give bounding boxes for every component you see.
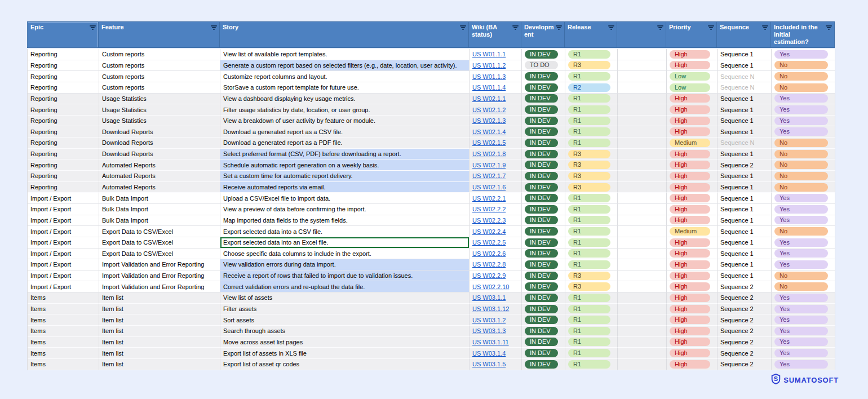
header-release[interactable]: Release <box>565 21 617 48</box>
release-chip[interactable]: R3 <box>568 183 610 192</box>
cell-empty[interactable] <box>618 314 667 326</box>
cell-included[interactable]: No <box>772 182 835 193</box>
cell-feature[interactable]: Export Data to CSV/Excel <box>99 226 220 237</box>
cell-feature[interactable]: Custom reports <box>99 49 220 60</box>
included-chip[interactable]: Yes <box>774 194 828 202</box>
cell-story[interactable]: Export list of asset qr codes <box>220 359 470 370</box>
cell-empty[interactable] <box>618 215 667 227</box>
cell-feature[interactable]: Item list <box>99 292 220 304</box>
release-chip[interactable]: R1 <box>568 238 610 247</box>
development-status-chip[interactable]: IN DEV <box>525 338 558 346</box>
cell-priority[interactable]: Low <box>667 82 718 94</box>
cell-empty[interactable] <box>618 82 667 94</box>
cell-included[interactable]: No <box>772 226 835 237</box>
release-chip[interactable]: R3 <box>568 161 610 169</box>
development-status-chip[interactable]: IN DEV <box>525 305 558 313</box>
priority-chip[interactable]: High <box>670 327 710 335</box>
filter-icon[interactable] <box>657 25 663 30</box>
cell-feature[interactable]: Download Reports <box>99 138 220 149</box>
cell-feature[interactable]: Export Data to CSV/Excel <box>99 249 220 260</box>
cell-priority[interactable]: High <box>667 116 718 127</box>
development-status-chip[interactable]: IN DEV <box>525 282 558 291</box>
cell-story[interactable]: Upload a CSV/Excel file to import data. <box>220 193 470 204</box>
cell-epic[interactable]: Import / Export <box>28 204 99 215</box>
cell-epic[interactable]: Import / Export <box>28 281 99 292</box>
release-chip[interactable]: R1 <box>568 349 610 357</box>
priority-chip[interactable]: High <box>670 216 710 224</box>
priority-chip[interactable]: High <box>670 238 710 247</box>
release-chip[interactable]: R2 <box>568 83 610 92</box>
cell-wiki[interactable]: US W02.2.4 <box>470 226 522 237</box>
cell-story[interactable]: StorSave a custom report template for fu… <box>220 82 470 94</box>
cell-release[interactable]: R3 <box>565 171 618 182</box>
cell-priority[interactable]: High <box>667 215 718 227</box>
release-chip[interactable]: R1 <box>568 50 610 59</box>
cell-release[interactable]: R3 <box>565 60 618 72</box>
cell-wiki[interactable]: US W02.2.6 <box>470 249 522 260</box>
cell-wiki[interactable]: US W02.1.6 <box>470 182 522 193</box>
included-chip[interactable]: No <box>774 161 828 169</box>
cell-wiki[interactable]: US W01.1.1 <box>470 49 522 60</box>
priority-chip[interactable]: High <box>670 272 710 280</box>
development-status-chip[interactable]: IN DEV <box>525 349 558 357</box>
cell-epic[interactable]: Reporting <box>28 94 99 105</box>
cell-development[interactable]: IN DEV <box>522 159 565 171</box>
cell-feature[interactable]: Import Validation and Error Reporting <box>99 281 220 292</box>
cell-wiki[interactable]: US W02.2.9 <box>470 271 522 282</box>
development-status-chip[interactable]: IN DEV <box>525 172 558 180</box>
cell-feature[interactable]: Download Reports <box>99 149 220 160</box>
development-status-chip[interactable]: TO DO <box>525 61 558 69</box>
cell-epic[interactable]: Items <box>28 348 99 359</box>
cell-wiki[interactable]: US W01.1.2 <box>470 60 522 72</box>
priority-chip[interactable]: High <box>670 150 710 158</box>
included-chip[interactable]: Yes <box>774 94 828 103</box>
cell-epic[interactable]: Reporting <box>28 149 99 160</box>
cell-epic[interactable]: Reporting <box>28 82 99 94</box>
cell-included[interactable]: Yes <box>772 249 835 260</box>
cell-release[interactable]: R1 <box>565 304 618 315</box>
cell-release[interactable]: R1 <box>565 116 618 127</box>
cell-sequence[interactable]: Sequence 1 <box>718 259 772 271</box>
included-chip[interactable]: Yes <box>774 216 828 224</box>
cell-development[interactable]: IN DEV <box>522 94 565 105</box>
cell-sequence[interactable]: Sequence 1 <box>718 271 772 282</box>
cell-wiki[interactable]: US W02.2.8 <box>470 259 522 271</box>
cell-included[interactable]: Yes <box>772 314 835 326</box>
cell-wiki[interactable]: US W01.1.3 <box>470 71 522 82</box>
cell-wiki[interactable]: US W02.1.3 <box>470 116 522 127</box>
priority-chip[interactable]: Low <box>670 83 710 92</box>
cell-story[interactable]: View validation errors during data impor… <box>220 259 470 271</box>
development-status-chip[interactable]: IN DEV <box>525 294 558 302</box>
cell-sequence[interactable]: Sequence N <box>718 82 772 94</box>
included-chip[interactable]: Yes <box>774 105 828 114</box>
cell-priority[interactable]: High <box>667 249 718 260</box>
wiki-link[interactable]: US W02.1.7 <box>472 172 506 179</box>
cell-priority[interactable]: High <box>667 259 718 271</box>
cell-epic[interactable]: Items <box>28 304 99 315</box>
wiki-link[interactable]: US W02.2.4 <box>472 228 506 235</box>
included-chip[interactable]: Yes <box>774 338 828 346</box>
cell-feature[interactable]: Custom reports <box>99 71 220 82</box>
filter-icon[interactable] <box>708 25 714 30</box>
cell-empty[interactable] <box>618 138 667 149</box>
cell-story[interactable]: Select preferred format (CSV, PDF) befor… <box>220 149 470 160</box>
cell-wiki[interactable]: US W03.1.12 <box>470 304 522 315</box>
wiki-link[interactable]: US W02.2.6 <box>472 250 506 257</box>
cell-priority[interactable]: High <box>667 126 718 138</box>
cell-release[interactable]: R1 <box>565 326 618 337</box>
included-chip[interactable]: Yes <box>774 127 828 136</box>
wiki-link[interactable]: US W02.1.8 <box>472 150 506 157</box>
cell-sequence[interactable]: Sequence 1 <box>718 94 772 105</box>
cell-release[interactable]: R1 <box>565 259 618 271</box>
header-priority[interactable]: Priority <box>666 21 717 48</box>
cell-priority[interactable]: High <box>667 348 718 359</box>
cell-epic[interactable]: Items <box>28 337 99 348</box>
cell-story[interactable]: Set a custom time for automatic report d… <box>220 171 470 182</box>
wiki-link[interactable]: US W02.2.1 <box>472 195 506 202</box>
priority-chip[interactable]: High <box>670 294 710 302</box>
cell-development[interactable]: IN DEV <box>522 171 565 182</box>
priority-chip[interactable]: High <box>670 260 710 269</box>
cell-included[interactable]: Yes <box>772 204 835 215</box>
included-chip[interactable]: No <box>774 83 828 92</box>
included-chip[interactable]: Yes <box>774 238 828 247</box>
